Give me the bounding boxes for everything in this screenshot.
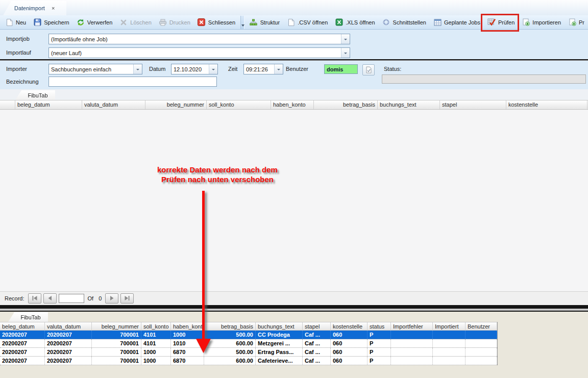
table-row[interactable]: 202002072020020770000141011000500.00CC P… [0, 331, 497, 339]
previous-record-icon [48, 295, 52, 301]
table-cell: 500.00 [204, 348, 256, 356]
datum-value: 12.10.2020 [172, 66, 209, 72]
table-cell: 060 [331, 348, 368, 356]
importer-select[interactable]: Sachbuchungen einfach [48, 64, 142, 74]
column-header-beleg_nummer[interactable]: beleg_nummer [92, 322, 141, 330]
new-document-icon [5, 18, 13, 27]
toolbar-button-geplante-jobs[interactable]: Geplante Jobs [430, 17, 484, 28]
zeit-select[interactable]: 09:21:26 [243, 64, 283, 74]
scheduled-jobs-icon [433, 18, 442, 27]
record-of-label: Of [88, 295, 94, 301]
table-cell: P [368, 331, 391, 339]
table-cell: 4101 [141, 339, 171, 347]
toolbar-button-label: Schnittstellen [393, 19, 426, 26]
table-cell: 4101 [141, 331, 171, 339]
column-header-Importfehler[interactable]: Importfehler [391, 322, 433, 330]
column-header-beleg_datum[interactable]: beleg_datum [0, 322, 45, 330]
column-header-valuta_datum[interactable]: valuta_datum [45, 322, 92, 330]
importer-label: Importer [6, 66, 27, 72]
toolbar-button-struktur[interactable]: Struktur [246, 17, 284, 28]
table-row[interactable]: 202002072020020770000141011010600.00Metz… [0, 339, 497, 348]
column-header-valuta_datum[interactable]: valuta_datum [82, 100, 145, 109]
document-tabstrip: Datenimport × [0, 0, 588, 16]
column-header-haben_konto[interactable]: haben_konto [171, 322, 204, 330]
table-cell: 1000 [141, 348, 171, 356]
column-header-kostenstelle[interactable]: kostenstelle [506, 100, 587, 109]
column-header-betrag_basis[interactable]: betrag_basis [314, 100, 378, 109]
table-cell: 20200207 [45, 348, 92, 356]
table-cell: 500.00 [204, 331, 256, 339]
chevron-down-icon[interactable] [341, 48, 350, 58]
table-row[interactable]: 202002072020020770000110006870600.00Cafe… [0, 357, 497, 365]
chevron-down-icon[interactable] [274, 64, 283, 74]
chevron-down-icon[interactable] [341, 34, 350, 44]
upper-grid-tabrow: FibuTab [0, 89, 588, 100]
close-icon[interactable]: × [52, 5, 55, 11]
column-header-haben_konto[interactable]: haben_konto [271, 100, 314, 109]
toolbar-button-label: Struktur [260, 19, 280, 26]
column-header-beleg_nummer[interactable]: beleg_nummer [145, 100, 207, 109]
bezeichnung-label: Bezeichnung [6, 79, 39, 85]
toolbar-button-pruefen[interactable]: Prüfen [484, 17, 518, 28]
column-header-betrag_basis[interactable]: betrag_basis [204, 322, 256, 330]
table-cell: 700001 [92, 331, 141, 339]
table-cell [433, 357, 465, 365]
toolbar-button-label: Prüfen [498, 19, 514, 26]
toolbar-overflow-separator[interactable] [240, 16, 244, 29]
column-header-Benutzer[interactable]: Benutzer [465, 322, 497, 330]
chevron-down-icon[interactable] [133, 64, 142, 74]
toolbar-button-csv-oeffnen[interactable]: .CSV öffnen [283, 17, 331, 28]
table-cell: 700001 [92, 339, 141, 347]
previous-record-button[interactable] [43, 293, 57, 304]
toolbar-button-importieren[interactable]: Importieren [518, 17, 565, 28]
toolbar-button-schliessen[interactable]: Schliessen [194, 17, 239, 28]
benutzer-field[interactable] [324, 64, 358, 74]
table-cell: 060 [331, 339, 368, 347]
csv-file-icon [287, 18, 295, 27]
benutzer-lookup-button[interactable] [362, 64, 375, 75]
chevron-down-icon[interactable] [209, 64, 217, 74]
horizontal-splitter[interactable] [0, 305, 588, 312]
table-cell [391, 348, 433, 356]
bezeichnung-input[interactable] [48, 77, 217, 87]
table-cell: Cafeterieve... [256, 357, 303, 365]
tab-fibutab-upper[interactable]: FibuTab [15, 90, 55, 100]
datum-select[interactable]: 12.10.2020 [171, 64, 218, 74]
toolbar-button-pr[interactable]: Pr [565, 17, 588, 28]
table-cell [433, 339, 465, 347]
tab-label: FibuTab [28, 92, 47, 98]
column-header-kostenstelle[interactable]: kostenstelle [331, 322, 368, 330]
toolbar-button-verwerfen[interactable]: Verwerfen [73, 17, 116, 28]
print-icon [159, 18, 167, 27]
next-record-button[interactable] [105, 293, 118, 304]
tab-fibutab-lower[interactable]: FibuTab [8, 312, 48, 322]
first-record-button[interactable] [28, 293, 41, 304]
column-header-soll_konto[interactable]: soll_konto [141, 322, 171, 330]
toolbar-button-xls-oeffnen[interactable]: .XLS öffnen [331, 17, 378, 28]
toolbar-button-label: Schliessen [208, 19, 235, 26]
table-cell: 060 [331, 331, 368, 339]
interfaces-icon [382, 18, 390, 27]
toolbar-button-neu[interactable]: Neu [2, 17, 30, 28]
column-header-stapel[interactable]: stapel [440, 100, 506, 109]
tab-datenimport[interactable]: Datenimport × [3, 1, 66, 15]
table-cell: 600.00 [204, 339, 256, 347]
column-header-stapel[interactable]: stapel [303, 322, 331, 330]
importlauf-select[interactable]: (neuer Lauf) [48, 47, 350, 58]
table-row[interactable]: 202002072020020770000110006870500.00Ertr… [0, 348, 497, 357]
record-number-input[interactable] [59, 294, 84, 303]
toolbar-button-schnittstellen[interactable]: Schnittstellen [379, 17, 430, 28]
importjob-select[interactable]: (Importläufe ohne Job) [48, 34, 350, 44]
column-header-buchungs_text[interactable]: buchungs_text [378, 100, 440, 109]
datenimport-window: Datenimport × NeuSpeichernVerwerfenLösch… [0, 0, 588, 378]
toolbar-button-speichern[interactable]: Speichern [30, 17, 73, 28]
table-cell [465, 339, 497, 347]
last-record-button[interactable] [120, 293, 134, 304]
column-header-soll_konto[interactable]: soll_konto [207, 100, 271, 109]
column-header-status[interactable]: status [368, 322, 391, 330]
column-header-Importiert[interactable]: Importiert [433, 322, 465, 330]
column-header-buchungs_text[interactable]: buchungs_text [256, 322, 303, 330]
column-header-beleg_datum[interactable]: beleg_datum [15, 100, 82, 109]
toolbar-button-label: Geplante Jobs [444, 19, 480, 26]
status-bar [382, 74, 586, 84]
